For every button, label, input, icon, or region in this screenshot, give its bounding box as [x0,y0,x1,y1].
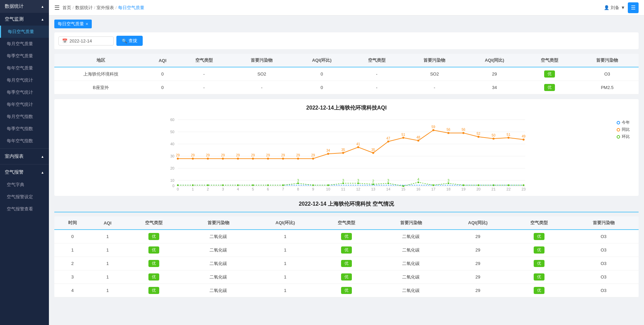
svg-text:1: 1 [192,187,194,190]
detail-section-title: 2022-12-14 上海轶伦环境科技 空气情况 [54,201,639,208]
sidebar-divider2 [0,164,49,165]
content-area: 每日空气质量 ✕ 📅 🔍 查拢 地区 AQI 空气类型 [49,16,644,325]
svg-text:52: 52 [477,132,481,136]
svg-point-69 [402,137,404,139]
dtd-p1: 二氧化碳 [183,243,253,257]
date-input-field[interactable] [69,38,110,43]
svg-point-116 [523,184,525,186]
user-info[interactable]: 👤 刘备 ▼ [604,5,625,11]
svg-text:17: 17 [431,187,435,190]
svg-point-106 [402,185,404,187]
dtd-p2: 二氧化碳 [376,270,446,284]
detail-row: 0 1 优 二氧化碳 1 优 二氧化碳 29 优 O3 [54,230,639,243]
svg-point-87 [192,184,194,186]
td-pollutant2: SO2 [403,67,466,81]
svg-text:49: 49 [522,135,526,138]
legend-label-tongbi: 同比 [622,127,630,132]
sidebar-item-yearly-stat[interactable]: 每年空气统计 [0,98,49,111]
main-area: ☰ 首页 / 数据统计 / 室外报表 / 每日空气质量 👤 刘备 ▼ ☰ 每日空… [49,0,644,325]
sidebar-item-yearly-air[interactable]: 每年空气质量 [0,62,49,74]
breadcrumb-outdoor-report[interactable]: 室外报表 [96,5,114,11]
svg-point-51 [267,157,269,159]
svg-point-79 [477,136,479,138]
svg-point-67 [387,141,389,143]
sidebar-group-indoor-report[interactable]: 室内报表 ▲ [0,150,49,163]
dtd-p2: 二氧化碳 [376,284,446,297]
svg-text:2: 2 [372,179,374,183]
search-button[interactable]: 🔍 查拢 [116,36,143,46]
svg-text:10: 10 [326,187,330,190]
sidebar-group-air-alert[interactable]: 空气报警 ▲ [0,166,49,179]
svg-text:50: 50 [170,130,174,134]
dtd-time: 2 [54,257,91,270]
legend-dot-today [617,121,620,124]
calendar-icon: 📅 [62,38,67,43]
chevron-up-icon: ▲ [41,155,44,158]
sidebar-item-air-dict[interactable]: 空气字典 [0,179,49,191]
td-type2: - [351,67,403,81]
breadcrumb-current: 每日空气质量 [118,5,144,11]
sidebar-group-alert-label: 空气报警 [5,169,24,175]
detail-row: 3 1 优 二氧化碳 1 优 二氧化碳 29 优 O3 [54,270,639,284]
dtd-aqi-tb: 29 [446,270,510,284]
sidebar-item-yearly-idx[interactable]: 每年空气指数 [0,135,49,147]
sidebar-item-daily-air[interactable]: 每日空气质量 [0,26,49,38]
dtd-p1: 二氧化碳 [183,257,253,270]
legend-tongbi: 同比 [617,127,630,132]
sidebar-section-data-stats[interactable]: 数据统计 ▲ [0,0,49,13]
td-area: B座室外 [54,81,147,94]
svg-text:14: 14 [386,187,390,190]
sidebar-item-seasonal-idx[interactable]: 每季空气指数 [0,123,49,135]
breadcrumb-home[interactable]: 首页 [62,5,71,11]
sidebar-item-alert-view[interactable]: 空气报警查看 [0,203,49,215]
sidebar-group-air-monitor[interactable]: 空气监测 ▲ [0,13,49,26]
dtd-type1: 优 [124,230,183,243]
svg-point-92 [267,184,269,186]
sidebar-item-monthly-stat[interactable]: 每月空气统计 [0,74,49,86]
svg-point-59 [327,153,329,155]
svg-point-53 [282,157,284,159]
chevron-up-icon: ▲ [41,5,44,8]
svg-text:9: 9 [312,187,314,190]
th-type1: 空气类型 [178,54,230,67]
dth-pollutant1: 首要污染物 [183,216,253,230]
svg-point-71 [417,140,419,142]
dtd-p2: 二氧化碳 [376,257,446,270]
search-icon: 🔍 [122,38,127,43]
dtd-aqi-tb: 29 [446,230,510,243]
summary-table-container: 地区 AQI 空气类型 首要污染物 AQI(环比) 空气类型 首要污染物 AQI… [54,54,639,94]
sidebar-item-alert-setting[interactable]: 空气报警设定 [0,191,49,203]
sidebar-collapse-btn[interactable]: ☰ [628,2,639,13]
breadcrumb-sep1: / [73,5,74,10]
tab-close-icon[interactable]: ✕ [85,22,88,26]
menu-icon[interactable]: ☰ [54,4,60,11]
tab-label: 每日空气质量 [58,21,84,27]
tab-daily-air[interactable]: 每日空气质量 ✕ [54,20,92,28]
dtd-type1: 优 [124,257,183,270]
breadcrumb-data-stats[interactable]: 数据统计 [75,5,93,11]
dth-type3: 空气类型 [510,216,568,230]
detail-row: 2 1 优 二氧化碳 1 优 二氧化碳 29 优 O3 [54,257,639,270]
svg-point-109 [432,184,434,186]
sidebar-item-monthly-air[interactable]: 每月空气质量 [0,38,49,50]
svg-text:20: 20 [170,166,174,170]
svg-point-97 [327,184,329,186]
sidebar-item-monthly-idx[interactable]: 每月空气指数 [0,111,49,123]
th-pollutant1: 首要污染物 [230,54,293,67]
svg-text:10: 10 [170,178,174,182]
sidebar-item-seasonal-air[interactable]: 每季空气质量 [0,50,49,62]
td-aqi-tb: 34 [466,81,523,94]
dth-aqi-hb: AQI(环比) [253,216,317,230]
svg-text:34: 34 [326,149,330,152]
svg-text:50: 50 [492,134,496,137]
svg-text:29: 29 [236,153,240,157]
td-aqi: 0 [147,67,178,81]
svg-text:22: 22 [506,187,510,190]
date-picker[interactable]: 📅 [58,36,114,46]
dtd-p3: O3 [568,243,639,257]
svg-text:51: 51 [401,133,405,137]
svg-text:0: 0 [177,187,179,190]
sidebar-item-seasonal-stat[interactable]: 每季空气统计 [0,86,49,98]
svg-text:56: 56 [461,128,466,131]
section-divider [54,212,639,212]
